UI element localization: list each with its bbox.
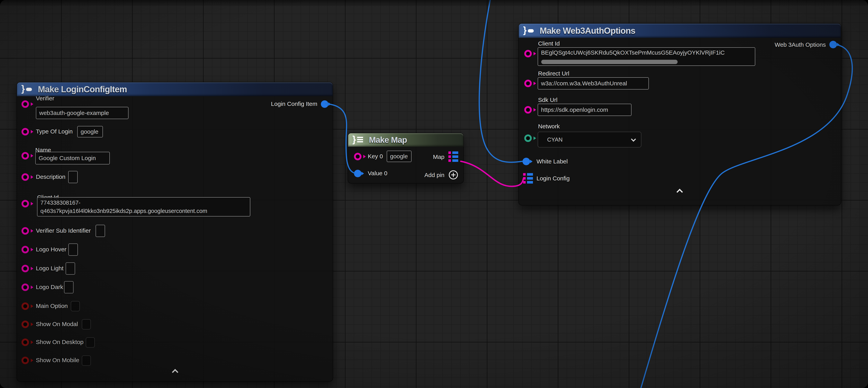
sdk-url-input[interactable]: https://sdk.openlogin.com bbox=[538, 104, 631, 116]
wire-map-to-login-config[interactable] bbox=[461, 161, 524, 186]
pin-show-on-mobile[interactable] bbox=[22, 357, 29, 364]
network-selected-value: CYAN bbox=[547, 137, 562, 143]
pin-name[interactable] bbox=[22, 152, 29, 159]
pin-logo-dark[interactable] bbox=[22, 283, 29, 291]
client-id-line1: 774338308167- bbox=[40, 199, 81, 207]
pin-label-white-label: White Label bbox=[536, 158, 568, 165]
pin-label-verifier-sub-identifier: Verifier Sub Identifier bbox=[36, 227, 91, 234]
show-on-desktop-checkbox[interactable] bbox=[86, 337, 95, 348]
pin-verifier-sub-identifier[interactable] bbox=[22, 227, 29, 235]
pin-label-description: Description bbox=[36, 174, 65, 180]
pin-description[interactable] bbox=[22, 173, 29, 181]
collapse-node-button[interactable] bbox=[676, 188, 683, 193]
pin-logo-hover[interactable] bbox=[22, 246, 29, 253]
type-of-login-input[interactable]: google bbox=[77, 126, 103, 138]
output-label: Web 3Auth Options bbox=[775, 41, 826, 48]
node-header[interactable]: } Make Web3AuthOptions bbox=[519, 24, 841, 38]
pin-sdk-url[interactable] bbox=[524, 106, 532, 114]
client-id-scrollbar[interactable] bbox=[541, 60, 678, 64]
node-make-loginconfigitem[interactable]: } Make LoginConfigItem Login Config Item… bbox=[17, 82, 333, 382]
make-struct-icon: } bbox=[523, 26, 536, 35]
pin-label-logo-hover: Logo Hover bbox=[36, 246, 66, 253]
client-id-line2: q463s7kpvja16l4l0kko3nb925ikds2p.apps.go… bbox=[40, 207, 207, 215]
output-label: Login Config Item bbox=[271, 100, 317, 107]
pin-label-show-on-desktop: Show On Desktop bbox=[36, 339, 84, 346]
description-input[interactable] bbox=[68, 171, 78, 183]
pin-client-id[interactable] bbox=[524, 50, 532, 57]
pin-label-value-0: Value 0 bbox=[368, 170, 388, 177]
node-title: Make Web3AuthOptions bbox=[540, 26, 635, 36]
circle-plus-icon[interactable] bbox=[449, 170, 458, 179]
pin-label-sdk-url: Sdk Url bbox=[538, 97, 557, 103]
pin-label-network: Network bbox=[538, 123, 560, 130]
pin-white-label[interactable] bbox=[523, 158, 530, 165]
verifier-input[interactable]: web3auth-google-example bbox=[36, 107, 128, 119]
logo-dark-input[interactable] bbox=[64, 281, 73, 293]
redirect-url-input[interactable]: w3a://com.w3a.Web3AuthUnreal bbox=[538, 77, 649, 90]
node-make-map[interactable]: } Make Map Key 0 google Value 0 Map Add … bbox=[348, 133, 464, 184]
wire-top-to-white-label[interactable] bbox=[479, 0, 523, 162]
key-0-input[interactable]: google bbox=[387, 151, 411, 162]
add-pin-label: Add pin bbox=[424, 172, 444, 178]
verifier-sub-identifier-input[interactable] bbox=[96, 225, 105, 237]
chevron-down-icon bbox=[631, 138, 636, 142]
show-on-modal-checkbox[interactable] bbox=[82, 319, 91, 329]
pin-network[interactable] bbox=[524, 135, 532, 142]
make-struct-icon: } bbox=[21, 85, 34, 94]
map-grid-pin-icon[interactable] bbox=[523, 173, 533, 184]
collapse-node-button[interactable] bbox=[172, 369, 179, 374]
main-option-checkbox[interactable] bbox=[71, 301, 80, 311]
show-on-mobile-checkbox[interactable] bbox=[82, 355, 91, 366]
pin-client-id[interactable] bbox=[22, 200, 29, 207]
node-make-web3authoptions[interactable]: } Make Web3AuthOptions Web 3Auth Options… bbox=[518, 23, 841, 205]
node-title: Make LoginConfigItem bbox=[38, 84, 127, 94]
pin-label-show-on-modal: Show On Modal bbox=[36, 321, 78, 327]
client-id-input[interactable]: 774338308167- q463s7kpvja16l4l0kko3nb925… bbox=[37, 197, 250, 216]
pin-label-key-0: Key 0 bbox=[368, 153, 383, 160]
output-label-map: Map bbox=[433, 154, 444, 160]
pin-label-type-of-login: Type Of Login bbox=[36, 128, 73, 135]
pin-main-option[interactable] bbox=[22, 302, 29, 310]
pin-label-client-id: Client Id bbox=[538, 40, 560, 47]
logo-light-input[interactable] bbox=[66, 262, 75, 275]
map-grid-pin-icon[interactable] bbox=[448, 151, 458, 162]
name-input[interactable]: Google Custom Login bbox=[35, 152, 110, 165]
pin-show-on-desktop[interactable] bbox=[22, 338, 29, 346]
pin-redirect-url[interactable] bbox=[524, 80, 532, 87]
pin-label-verifier: Verifier bbox=[36, 95, 54, 102]
pin-type-of-login[interactable] bbox=[22, 128, 29, 136]
node-title: Make Map bbox=[369, 135, 407, 145]
pin-label-show-on-mobile: Show On Mobile bbox=[36, 357, 79, 363]
pin-label-logo-dark: Logo Dark bbox=[36, 284, 63, 290]
pin-show-on-modal[interactable] bbox=[22, 321, 29, 328]
logo-hover-input[interactable] bbox=[68, 243, 78, 256]
node-header[interactable]: } Make Map bbox=[348, 133, 463, 147]
pin-verifier[interactable] bbox=[22, 100, 29, 108]
pin-key-0[interactable] bbox=[354, 153, 362, 160]
make-map-icon: } bbox=[352, 135, 365, 145]
pin-label-main-option: Main Option bbox=[36, 303, 68, 309]
blueprint-canvas[interactable]: } Make LoginConfigItem Login Config Item… bbox=[0, 0, 868, 388]
network-dropdown[interactable]: CYAN bbox=[538, 132, 641, 147]
pin-label-login-config: Login Config bbox=[536, 175, 569, 182]
pin-label-redirect-url: Redirect Url bbox=[538, 70, 569, 77]
pin-label-logo-light: Logo Light bbox=[36, 265, 63, 272]
node-header[interactable]: } Make LoginConfigItem bbox=[17, 82, 333, 96]
pin-logo-light[interactable] bbox=[22, 265, 29, 272]
